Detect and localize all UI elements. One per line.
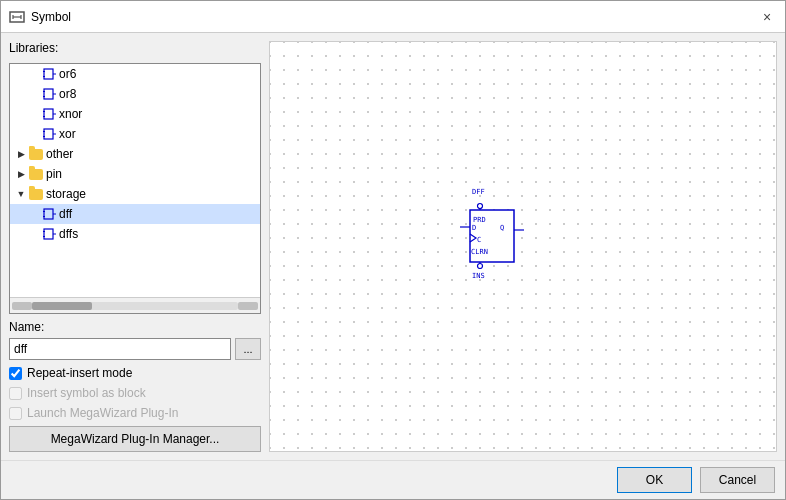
name-row: ... — [9, 338, 261, 360]
tree-label-xor: xor — [59, 127, 76, 141]
megawizard-button[interactable]: MegaWizard Plug-In Manager... — [9, 426, 261, 452]
dff-symbol: DFF PRD C CLRN INS — [450, 192, 550, 312]
svg-rect-24 — [44, 229, 53, 239]
repeat-insert-checkbox[interactable] — [9, 367, 22, 380]
expand-icon-other: ▶ — [14, 147, 28, 161]
dialog-body: Libraries: — [1, 33, 785, 460]
tree-item-other[interactable]: ▶ other — [10, 144, 260, 164]
svg-text:INS: INS — [472, 272, 485, 280]
svg-rect-16 — [44, 129, 53, 139]
svg-point-36 — [478, 264, 483, 269]
svg-rect-4 — [44, 69, 53, 79]
chip-icon-xnor — [42, 107, 56, 121]
close-button[interactable]: × — [757, 7, 777, 27]
tree-label-storage: storage — [46, 187, 86, 201]
browse-button[interactable]: ... — [235, 338, 261, 360]
dialog-title: Symbol — [31, 10, 757, 24]
expand-icon-pin: ▶ — [14, 167, 28, 181]
hscroll-left — [12, 302, 32, 310]
tree-label-or6: or6 — [59, 67, 76, 81]
bottom-section: MegaWizard Plug-In Manager... — [9, 426, 261, 452]
svg-text:D: D — [472, 224, 476, 232]
svg-rect-8 — [44, 89, 53, 99]
cancel-button[interactable]: Cancel — [700, 467, 775, 493]
insert-as-block-checkbox[interactable] — [9, 387, 22, 400]
expand-icon-storage: ▼ — [14, 187, 28, 201]
repeat-insert-label[interactable]: Repeat-insert mode — [27, 366, 132, 380]
svg-text:Q: Q — [500, 224, 504, 232]
tree-item-dffs[interactable]: dffs — [10, 224, 260, 244]
tree-label-other: other — [46, 147, 73, 161]
tree-item-or6[interactable]: or6 — [10, 64, 260, 84]
chip-icon-dff — [42, 207, 56, 221]
svg-text:C: C — [477, 236, 481, 244]
dialog-footer: OK Cancel — [1, 460, 785, 499]
folder-icon-pin — [29, 169, 43, 180]
tree-item-dff[interactable]: dff — [10, 204, 260, 224]
name-label: Name: — [9, 320, 261, 334]
insert-as-block-label: Insert symbol as block — [27, 386, 146, 400]
tree-label-pin: pin — [46, 167, 62, 181]
title-bar: Symbol × — [1, 1, 785, 33]
hscroll-thumb — [32, 302, 92, 310]
insert-as-block-row: Insert symbol as block — [9, 386, 261, 400]
hscroll-track — [32, 302, 238, 310]
folder-icon-other — [29, 149, 43, 160]
launch-mega-checkbox[interactable] — [9, 407, 22, 420]
svg-text:DFF: DFF — [472, 188, 485, 196]
tree-label-dff: dff — [59, 207, 72, 221]
tree-label-xnor: xnor — [59, 107, 82, 121]
tree-item-or8[interactable]: or8 — [10, 84, 260, 104]
tree-item-xnor[interactable]: xnor — [10, 104, 260, 124]
tree-container: or6 or8 — [9, 63, 261, 314]
folder-icon-storage — [29, 189, 43, 200]
ok-button[interactable]: OK — [617, 467, 692, 493]
hscroll-bar[interactable] — [10, 297, 260, 313]
tree-item-pin[interactable]: ▶ pin — [10, 164, 260, 184]
chip-icon-or8 — [42, 87, 56, 101]
dialog-icon — [9, 9, 25, 25]
symbol-dialog: Symbol × Libraries: — [0, 0, 786, 500]
launch-mega-label: Launch MegaWizard Plug-In — [27, 406, 178, 420]
tree-item-storage[interactable]: ▼ storage — [10, 184, 260, 204]
repeat-insert-row: Repeat-insert mode — [9, 366, 261, 380]
svg-rect-20 — [44, 209, 53, 219]
name-section: Name: ... — [9, 320, 261, 360]
libraries-label: Libraries: — [9, 41, 261, 55]
preview-panel: DFF PRD C CLRN INS — [269, 41, 777, 452]
hscroll-right — [238, 302, 258, 310]
tree-label-dffs: dffs — [59, 227, 78, 241]
svg-point-30 — [478, 204, 483, 209]
svg-text:PRD: PRD — [473, 216, 486, 224]
chip-icon-dffs — [42, 227, 56, 241]
name-input[interactable] — [9, 338, 231, 360]
chip-icon-xor — [42, 127, 56, 141]
launch-mega-row: Launch MegaWizard Plug-In — [9, 406, 261, 420]
tree-label-or8: or8 — [59, 87, 76, 101]
left-panel: Libraries: — [1, 33, 269, 460]
chip-icon-or6 — [42, 67, 56, 81]
tree-scroll[interactable]: or6 or8 — [10, 64, 260, 297]
tree-item-xor[interactable]: xor — [10, 124, 260, 144]
svg-text:CLRN: CLRN — [471, 248, 488, 256]
svg-rect-12 — [44, 109, 53, 119]
